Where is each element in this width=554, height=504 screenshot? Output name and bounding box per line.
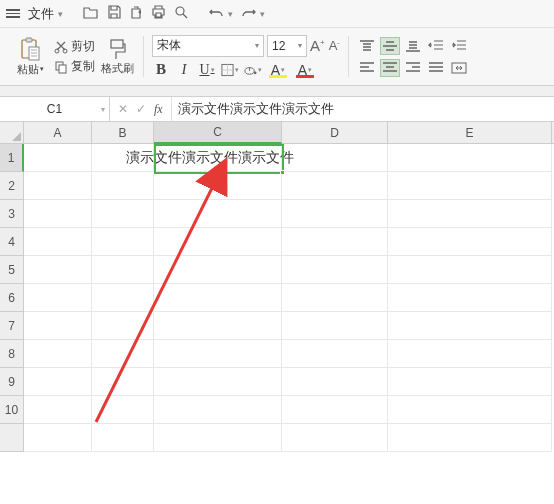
cell[interactable] bbox=[282, 172, 388, 200]
cell[interactable] bbox=[154, 424, 282, 452]
cell[interactable] bbox=[388, 284, 552, 312]
font-name-select[interactable]: 宋体▾ bbox=[152, 35, 264, 57]
cell[interactable] bbox=[92, 368, 154, 396]
cut-button[interactable]: 剪切 bbox=[54, 38, 95, 55]
borders-button[interactable]: ▾ bbox=[221, 61, 239, 79]
cell[interactable] bbox=[24, 228, 92, 256]
cell[interactable] bbox=[388, 368, 552, 396]
name-box[interactable]: C1▾ bbox=[0, 97, 110, 121]
cell[interactable] bbox=[24, 200, 92, 228]
row-header[interactable]: 5 bbox=[0, 256, 24, 284]
cell[interactable] bbox=[24, 172, 92, 200]
cell[interactable] bbox=[388, 396, 552, 424]
highlight-color-button[interactable]: A▾ bbox=[267, 61, 289, 79]
align-center-icon[interactable] bbox=[380, 59, 400, 77]
cell[interactable] bbox=[24, 312, 92, 340]
print-icon[interactable] bbox=[151, 5, 166, 22]
cell[interactable] bbox=[92, 312, 154, 340]
cell[interactable] bbox=[388, 340, 552, 368]
cell[interactable] bbox=[154, 200, 282, 228]
cell[interactable] bbox=[92, 228, 154, 256]
formula-input[interactable]: 演示文件演示文件演示文件 bbox=[172, 100, 554, 118]
cell[interactable] bbox=[282, 284, 388, 312]
cell[interactable] bbox=[282, 312, 388, 340]
cell[interactable] bbox=[388, 172, 552, 200]
row-header[interactable]: 8 bbox=[0, 340, 24, 368]
cell[interactable] bbox=[24, 424, 92, 452]
cell[interactable] bbox=[92, 424, 154, 452]
decrease-font-icon[interactable]: A- bbox=[329, 38, 340, 53]
col-header-C[interactable]: C bbox=[154, 122, 282, 144]
row-header[interactable]: 3 bbox=[0, 200, 24, 228]
row-header[interactable]: 7 bbox=[0, 312, 24, 340]
cell[interactable] bbox=[24, 284, 92, 312]
cell[interactable] bbox=[282, 228, 388, 256]
row-header[interactable]: 4 bbox=[0, 228, 24, 256]
undo-icon[interactable] bbox=[209, 6, 224, 22]
format-painter-button[interactable]: 格式刷 bbox=[99, 38, 135, 76]
cell[interactable] bbox=[282, 368, 388, 396]
underline-button[interactable]: U▾ bbox=[198, 61, 216, 79]
cell[interactable] bbox=[92, 172, 154, 200]
cell[interactable] bbox=[154, 284, 282, 312]
cell[interactable] bbox=[388, 144, 552, 172]
select-all-corner[interactable] bbox=[0, 122, 24, 144]
cell[interactable] bbox=[282, 200, 388, 228]
col-header-A[interactable]: A bbox=[24, 122, 92, 143]
save-icon[interactable] bbox=[107, 5, 121, 22]
cell[interactable] bbox=[92, 200, 154, 228]
cancel-formula-icon[interactable]: ✕ bbox=[118, 102, 128, 116]
cell[interactable] bbox=[92, 256, 154, 284]
cell[interactable] bbox=[282, 144, 388, 172]
export-icon[interactable] bbox=[129, 5, 143, 22]
row-header[interactable]: 10 bbox=[0, 396, 24, 424]
align-left-icon[interactable] bbox=[357, 59, 377, 77]
align-right-icon[interactable] bbox=[403, 59, 423, 77]
cell[interactable] bbox=[154, 340, 282, 368]
cell[interactable] bbox=[92, 340, 154, 368]
redo-icon[interactable] bbox=[241, 6, 256, 22]
copy-button[interactable]: 复制 bbox=[54, 58, 95, 75]
col-header-D[interactable]: D bbox=[282, 122, 388, 143]
cell[interactable] bbox=[24, 340, 92, 368]
cell[interactable] bbox=[388, 424, 552, 452]
cell[interactable] bbox=[24, 368, 92, 396]
merge-cells-icon[interactable] bbox=[449, 59, 469, 77]
file-menu[interactable]: 文件 bbox=[28, 5, 54, 23]
file-dropdown[interactable]: ▾ bbox=[58, 9, 63, 19]
open-icon[interactable] bbox=[83, 5, 99, 22]
cell[interactable] bbox=[154, 368, 282, 396]
cell[interactable] bbox=[92, 284, 154, 312]
cell[interactable] bbox=[154, 172, 282, 200]
cell[interactable] bbox=[282, 340, 388, 368]
menu-icon[interactable] bbox=[6, 7, 20, 20]
cell[interactable]: 演示文件演示文件演示文件 bbox=[154, 144, 282, 172]
cell[interactable] bbox=[282, 424, 388, 452]
cell[interactable] bbox=[24, 144, 92, 172]
cell[interactable] bbox=[282, 256, 388, 284]
align-top-icon[interactable] bbox=[357, 37, 377, 55]
font-size-select[interactable]: 12▾ bbox=[267, 35, 307, 57]
cell[interactable] bbox=[388, 312, 552, 340]
justify-icon[interactable] bbox=[426, 59, 446, 77]
italic-button[interactable]: I bbox=[175, 61, 193, 79]
col-header-E[interactable]: E bbox=[388, 122, 552, 143]
print-preview-icon[interactable] bbox=[174, 5, 189, 22]
cell[interactable] bbox=[388, 200, 552, 228]
cell[interactable] bbox=[388, 228, 552, 256]
cell[interactable] bbox=[24, 256, 92, 284]
accept-formula-icon[interactable]: ✓ bbox=[136, 102, 146, 116]
cell[interactable] bbox=[282, 396, 388, 424]
fx-icon[interactable]: fx bbox=[154, 102, 163, 117]
cell[interactable] bbox=[154, 312, 282, 340]
cell[interactable] bbox=[154, 228, 282, 256]
row-header[interactable] bbox=[0, 424, 24, 452]
undo-dropdown[interactable]: ▾ bbox=[228, 9, 233, 19]
cell[interactable] bbox=[154, 396, 282, 424]
cell[interactable] bbox=[154, 256, 282, 284]
decrease-indent-icon[interactable] bbox=[426, 37, 446, 55]
fill-color-button[interactable]: ▾ bbox=[244, 61, 262, 79]
increase-font-icon[interactable]: A+ bbox=[310, 37, 325, 54]
align-middle-icon[interactable] bbox=[380, 37, 400, 55]
cell[interactable] bbox=[388, 256, 552, 284]
